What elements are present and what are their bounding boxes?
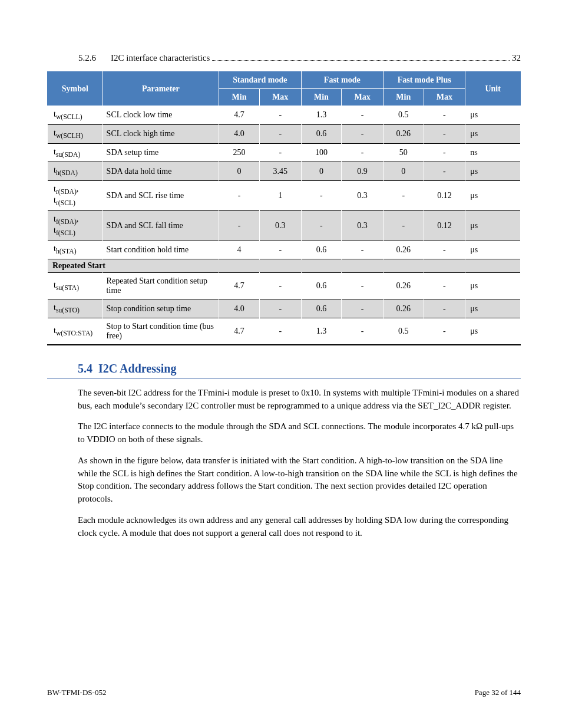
toc-number: 5.2.6 <box>78 53 111 63</box>
cell-parameter: SCL clock low time <box>103 106 219 125</box>
table-row: tw(STO:STA)Stop to Start condition time … <box>48 318 521 345</box>
cell-value: - <box>424 241 465 259</box>
i2c-characteristics-table: Symbol Parameter Standard mode Fast mode… <box>47 71 521 345</box>
cell-value: - <box>259 273 301 299</box>
cell-value: - <box>259 106 301 125</box>
cell-value: 1.3 <box>301 318 342 345</box>
cell-value: - <box>301 210 342 241</box>
cell-symbol: tw(SCLH) <box>48 124 103 143</box>
footer-page-number: Page 32 of 144 <box>475 688 521 697</box>
cell-parameter: SDA setup time <box>103 143 219 162</box>
cell-parameter: SDA and SCL fall time <box>103 210 219 241</box>
cell-symbol: tsu(STO) <box>48 299 103 318</box>
col-fast-max: Max <box>342 89 384 106</box>
cell-value: 1.3 <box>301 106 342 125</box>
cell-value: - <box>383 210 424 241</box>
cell-parameter: Stop to Start condition time (bus free) <box>103 318 219 345</box>
col-std-max: Max <box>259 89 301 106</box>
toc-entry: 5.2.6 I2C interface characteristics 32 <box>47 53 521 63</box>
paragraph: Each module acknowledges its own address… <box>78 514 521 540</box>
cell-value: - <box>424 299 465 318</box>
cell-value: - <box>424 273 465 299</box>
cell-value: 4.7 <box>219 318 260 345</box>
cell-value: 0.3 <box>342 210 384 241</box>
table-section-label: Repeated Start <box>48 259 521 273</box>
toc-page-number: 32 <box>512 53 521 63</box>
cell-value: 4.0 <box>219 299 260 318</box>
toc-leader-dots <box>212 60 510 61</box>
cell-parameter: Repeated Start condition setup time <box>103 273 219 299</box>
cell-parameter: SCL clock high time <box>103 124 219 143</box>
table-row: tsu(SDA)SDA setup time250-100-50-ns <box>48 143 521 162</box>
cell-unit: ns <box>465 143 521 162</box>
col-symbol: Symbol <box>48 72 103 106</box>
cell-value: - <box>259 124 301 143</box>
cell-value: - <box>219 210 260 241</box>
cell-value: 0 <box>383 162 424 181</box>
table-row: th(STA)Start condition hold time4-0.6-0.… <box>48 241 521 259</box>
cell-value: 1 <box>259 181 301 211</box>
col-fp-min: Min <box>383 89 424 106</box>
cell-value: - <box>342 299 384 318</box>
cell-symbol: th(STA) <box>48 241 103 259</box>
cell-value: - <box>424 106 465 125</box>
cell-value: 0 <box>301 162 342 181</box>
cell-value: 4 <box>219 241 260 259</box>
cell-value: - <box>342 143 384 162</box>
cell-value: 50 <box>383 143 424 162</box>
footer-doc-id: BW-TFMI-DS-052 <box>47 688 106 697</box>
cell-unit: μs <box>465 106 521 125</box>
table-row: tf(SDA), tf(SCL)SDA and SCL fall time-0.… <box>48 210 521 241</box>
paragraph: The I2C interface connects to the module… <box>78 420 521 446</box>
col-unit: Unit <box>465 72 521 106</box>
cell-value: 4.7 <box>219 106 260 125</box>
cell-unit: μs <box>465 273 521 299</box>
table-row: tw(SCLH)SCL clock high time4.0-0.6-0.26-… <box>48 124 521 143</box>
cell-value: - <box>259 318 301 345</box>
cell-value: - <box>219 181 260 211</box>
col-fast-min: Min <box>301 89 342 106</box>
cell-value: - <box>424 124 465 143</box>
cell-value: - <box>342 273 384 299</box>
cell-value: - <box>259 299 301 318</box>
section-title: I2C Addressing <box>98 362 176 375</box>
cell-symbol: tw(SCLL) <box>48 106 103 125</box>
col-std-min: Min <box>219 89 260 106</box>
cell-parameter: Start condition hold time <box>103 241 219 259</box>
cell-value: 0.12 <box>424 181 465 211</box>
cell-parameter: SDA and SCL rise time <box>103 181 219 211</box>
cell-value: 0 <box>219 162 260 181</box>
cell-unit: μs <box>465 318 521 345</box>
cell-unit: μs <box>465 299 521 318</box>
paragraph: The seven-bit I2C address for the TFmini… <box>78 387 521 413</box>
cell-value: - <box>259 241 301 259</box>
cell-value: 0.26 <box>383 273 424 299</box>
table-section-row: Repeated Start <box>48 259 521 273</box>
col-standard: Standard mode <box>219 72 301 89</box>
col-fp-max: Max <box>424 89 465 106</box>
cell-value: - <box>424 162 465 181</box>
col-fastplus: Fast mode Plus <box>383 72 465 89</box>
cell-value: - <box>301 181 342 211</box>
cell-value: 0.26 <box>383 299 424 318</box>
section-number: 5.4 <box>78 362 92 375</box>
cell-value: 0.6 <box>301 273 342 299</box>
cell-value: 250 <box>219 143 260 162</box>
paragraph: As shown in the figure below, data trans… <box>78 454 521 506</box>
body-text: The seven-bit I2C address for the TFmini… <box>47 387 521 540</box>
cell-value: 4.7 <box>219 273 260 299</box>
cell-value: - <box>259 143 301 162</box>
cell-value: 0.6 <box>301 124 342 143</box>
table-row: th(SDA)SDA data hold time03.4500.90-μs <box>48 162 521 181</box>
cell-symbol: tw(STO:STA) <box>48 318 103 345</box>
cell-value: - <box>424 143 465 162</box>
cell-parameter: SDA data hold time <box>103 162 219 181</box>
cell-unit: μs <box>465 162 521 181</box>
toc-title: I2C interface characteristics <box>111 53 210 63</box>
cell-unit: μs <box>465 124 521 143</box>
cell-unit: μs <box>465 210 521 241</box>
cell-symbol: tr(SDA), tr(SCL) <box>48 181 103 211</box>
cell-value: - <box>342 318 384 345</box>
col-fast: Fast mode <box>301 72 383 89</box>
cell-parameter: Stop condition setup time <box>103 299 219 318</box>
